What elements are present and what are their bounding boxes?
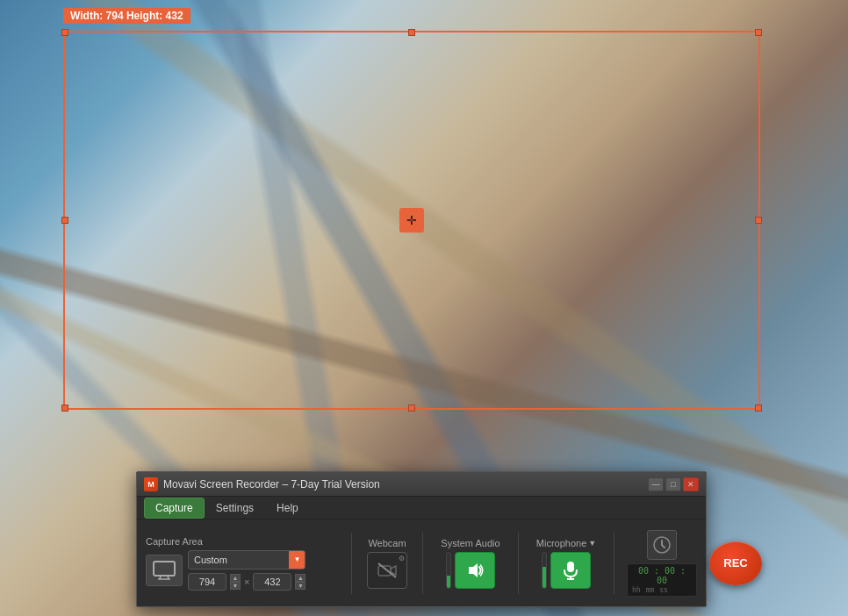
dimension-cross: × <box>244 577 249 587</box>
capture-controls: Custom ▼ ▲ ▼ × ▲ ▼ <box>146 550 339 591</box>
system-audio-controls <box>446 552 495 589</box>
system-audio-section: System Audio <box>435 538 506 589</box>
resize-handle-br[interactable] <box>755 405 762 412</box>
capture-area-label: Width: 794 Height: 432 <box>63 8 190 24</box>
microphone-icon <box>562 561 579 580</box>
timer-display: 00 : 00 : 00 hh mm ss <box>627 563 697 597</box>
speaker-icon <box>465 561 485 580</box>
webcam-button[interactable]: ⚙ <box>367 552 407 589</box>
microphone-controls <box>542 552 591 589</box>
width-up-button[interactable]: ▲ <box>230 574 241 582</box>
height-up-button[interactable]: ▲ <box>295 574 305 582</box>
move-handle[interactable]: ✛ <box>399 208 424 233</box>
resize-handle-bm[interactable] <box>408 405 415 412</box>
height-down-button[interactable]: ▼ <box>295 582 305 590</box>
resize-handle-bl[interactable] <box>61 405 68 412</box>
timer-units: hh mm ss <box>632 586 692 594</box>
app-window: M Movavi Screen Recorder – 7-Day Trial V… <box>136 471 707 607</box>
width-spinners: ▲ ▼ <box>230 574 241 590</box>
capture-area-overlay[interactable]: Width: 794 Height: 432 ✛ <box>63 31 760 410</box>
capture-preset-value: Custom <box>189 555 289 565</box>
microphone-button[interactable] <box>550 552 591 589</box>
webcam-icon <box>377 562 398 579</box>
resize-handle-ml[interactable] <box>61 217 68 224</box>
move-icon: ✛ <box>406 214 417 226</box>
system-audio-volume-fill <box>447 576 450 588</box>
svg-rect-0 <box>154 562 175 576</box>
maximize-button[interactable]: □ <box>665 477 681 491</box>
resize-handle-tl[interactable] <box>61 29 68 36</box>
system-audio-label: System Audio <box>441 538 499 548</box>
height-spinners: ▲ ▼ <box>295 574 305 590</box>
menu-item-help[interactable]: Help <box>265 498 310 519</box>
microphone-label: Microphone ▼ <box>536 538 596 548</box>
separator-1 <box>351 533 352 594</box>
width-down-button[interactable]: ▼ <box>230 582 241 590</box>
minimize-button[interactable]: — <box>648 477 664 491</box>
width-input[interactable] <box>188 573 226 591</box>
separator-2 <box>422 533 423 594</box>
webcam-label: Webcam <box>368 538 406 548</box>
close-button[interactable]: ✕ <box>683 477 699 491</box>
menu-bar: Capture Settings Help <box>137 497 706 519</box>
capture-right-controls: Custom ▼ ▲ ▼ × ▲ ▼ <box>188 550 305 591</box>
window-title: Movavi Screen Recorder – 7-Day Trial Ver… <box>163 478 648 491</box>
system-audio-volume-bar <box>446 552 451 589</box>
svg-line-13 <box>662 545 665 548</box>
title-bar-controls: — □ ✕ <box>648 477 699 491</box>
app-icon: M <box>144 477 158 491</box>
capture-area-section-label: Capture Area <box>146 536 339 547</box>
content-area: Capture Area Custom ▼ <box>137 519 706 606</box>
resize-handle-tr[interactable] <box>755 29 762 36</box>
webcam-section: Webcam ⚙ <box>364 538 410 589</box>
resize-handle-mr[interactable] <box>755 217 762 224</box>
menu-item-settings[interactable]: Settings <box>205 498 265 519</box>
clock-icon <box>652 535 672 555</box>
resize-handle-tm[interactable] <box>408 29 415 36</box>
webcam-gear-icon[interactable]: ⚙ <box>399 555 405 562</box>
system-audio-button[interactable] <box>455 552 495 589</box>
capture-preset-dropdown[interactable]: Custom ▼ <box>188 550 305 569</box>
capture-preset-arrow[interactable]: ▼ <box>289 551 305 569</box>
timer-section: 00 : 00 : 00 hh mm ss <box>627 530 697 597</box>
svg-rect-8 <box>567 562 574 572</box>
dimension-row: ▲ ▼ × ▲ ▼ <box>188 573 305 591</box>
rec-button[interactable]: REC <box>709 541 762 585</box>
height-input[interactable] <box>253 573 291 591</box>
monitor-icon <box>152 561 176 580</box>
timer-clock-button[interactable] <box>647 530 677 560</box>
microphone-section: Microphone ▼ <box>531 538 601 589</box>
microphone-dropdown-arrow[interactable]: ▼ <box>588 539 596 548</box>
separator-3 <box>518 533 519 594</box>
capture-area-section: Capture Area Custom ▼ <box>146 536 339 591</box>
menu-item-capture[interactable]: Capture <box>144 498 205 519</box>
title-bar: M Movavi Screen Recorder – 7-Day Trial V… <box>137 472 706 497</box>
svg-marker-7 <box>469 563 478 577</box>
screen-select-button[interactable] <box>146 555 183 586</box>
microphone-volume-fill <box>543 567 546 588</box>
microphone-volume-bar <box>542 552 547 589</box>
separator-4 <box>614 533 614 594</box>
